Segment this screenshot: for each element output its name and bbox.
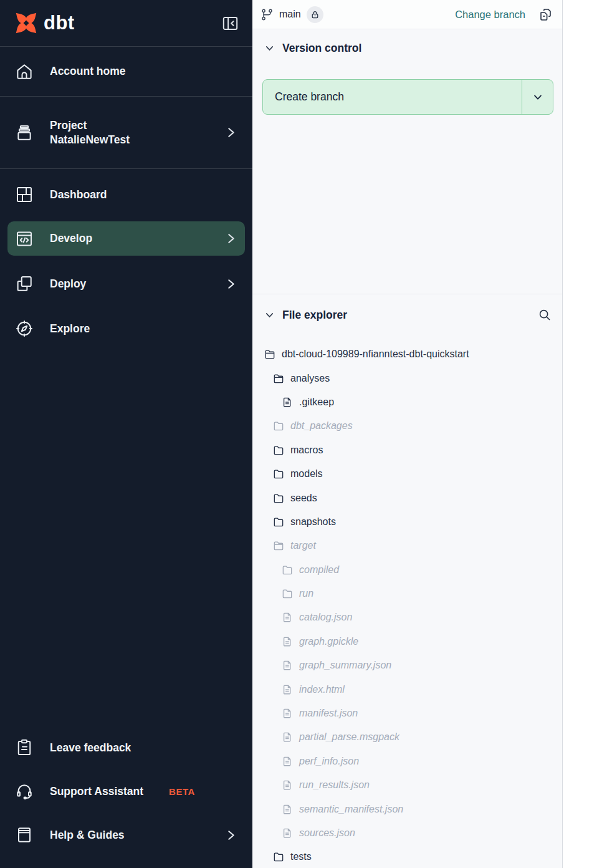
branch-bar: main Change branch bbox=[252, 0, 562, 29]
version-control-panel: main Change branch bbox=[252, 0, 563, 868]
version-control-header[interactable]: Version control bbox=[252, 29, 562, 55]
sidebar-item-support-assistant[interactable]: Support Assistant BETA bbox=[0, 769, 252, 813]
file-name: macros bbox=[290, 445, 323, 456]
chevron-right-icon bbox=[224, 126, 237, 139]
sidebar-nav: Account home Project NatalieNewTest bbox=[0, 47, 252, 350]
file-tree-item[interactable]: models bbox=[252, 462, 562, 486]
file-name: tests bbox=[290, 851, 312, 862]
file-tree-item[interactable]: target bbox=[252, 534, 562, 557]
sidebar-item-label: Develop bbox=[50, 231, 92, 246]
create-branch-button: Create branch bbox=[262, 79, 553, 115]
file-icon bbox=[282, 684, 293, 695]
file-tree-item[interactable]: snapshots bbox=[252, 510, 562, 534]
beta-badge: BETA bbox=[169, 786, 195, 797]
folder-icon bbox=[273, 445, 284, 456]
chevron-down-icon bbox=[532, 92, 543, 103]
file-icon bbox=[282, 827, 293, 839]
sidebar-nav-group: Dashboard Develop bbox=[0, 169, 252, 350]
file-name: .gitkeep bbox=[299, 397, 334, 408]
explore-icon bbox=[15, 319, 34, 338]
project-icon bbox=[15, 123, 34, 142]
sidebar-item-dashboard[interactable]: Dashboard bbox=[0, 171, 252, 218]
file-tree-item[interactable]: graph_summary.json bbox=[252, 653, 562, 677]
dashboard-icon bbox=[15, 185, 34, 204]
file-name: sources.json bbox=[299, 827, 355, 839]
file-tree-item[interactable]: manifest.json bbox=[252, 702, 562, 725]
copy-icon[interactable] bbox=[538, 7, 553, 22]
folder-open-icon bbox=[273, 540, 284, 551]
section-title: Version control bbox=[282, 42, 361, 55]
branch-bar-actions: Change branch bbox=[455, 7, 553, 22]
file-icon bbox=[282, 397, 293, 408]
file-tree-item[interactable]: tests bbox=[252, 845, 562, 868]
folder-icon bbox=[273, 851, 284, 862]
sidebar-item-account-home[interactable]: Account home bbox=[0, 47, 252, 97]
folder-open-icon bbox=[264, 349, 275, 360]
file-tree: dbt-cloud-109989-nfianntest-dbt-quicksta… bbox=[252, 342, 562, 868]
git-branch-icon bbox=[260, 8, 274, 21]
sidebar-header: dbt bbox=[0, 0, 252, 47]
headset-icon bbox=[15, 782, 34, 801]
file-name: target bbox=[290, 540, 316, 551]
file-tree-item[interactable]: compiled bbox=[252, 558, 562, 582]
collapse-sidebar-icon[interactable] bbox=[222, 15, 239, 32]
dbt-logo[interactable]: dbt bbox=[13, 11, 75, 36]
file-name: perf_info.json bbox=[299, 756, 359, 767]
file-tree-item[interactable]: graph.gpickle bbox=[252, 630, 562, 653]
sidebar-item-deploy[interactable]: Deploy bbox=[0, 261, 252, 307]
chevron-down-icon bbox=[264, 310, 275, 321]
sidebar-item-leave-feedback[interactable]: Leave feedback bbox=[0, 726, 252, 769]
file-tree-item[interactable]: sources.json bbox=[252, 821, 562, 845]
file-icon bbox=[282, 756, 293, 767]
sidebar-item-help-guides[interactable]: Help & Guides bbox=[0, 813, 252, 857]
folder-icon bbox=[273, 420, 284, 432]
file-explorer-header[interactable]: File explorer bbox=[252, 294, 562, 322]
file-tree-item[interactable]: catalog.json bbox=[252, 605, 562, 629]
file-icon bbox=[282, 804, 293, 815]
file-icon bbox=[282, 708, 293, 719]
file-tree-item[interactable]: semantic_manifest.json bbox=[252, 797, 562, 821]
home-icon bbox=[15, 62, 34, 81]
sidebar-item-project[interactable]: Project NatalieNewTest bbox=[0, 97, 252, 169]
file-name: semantic_manifest.json bbox=[299, 804, 403, 815]
sidebar-item-develop[interactable]: Develop bbox=[7, 221, 245, 256]
folder-icon bbox=[282, 588, 293, 599]
current-branch[interactable]: main bbox=[260, 6, 323, 23]
branch-lock-badge bbox=[307, 6, 323, 23]
file-tree-item[interactable]: index.html bbox=[252, 677, 562, 701]
file-tree-item[interactable]: seeds bbox=[252, 486, 562, 509]
dbt-logo-icon bbox=[13, 11, 39, 36]
create-branch-action[interactable]: Create branch bbox=[263, 80, 522, 114]
file-icon bbox=[282, 660, 293, 671]
file-name: catalog.json bbox=[299, 612, 352, 623]
search-icon[interactable] bbox=[538, 308, 552, 322]
file-tree-item[interactable]: run bbox=[252, 582, 562, 605]
change-branch-link[interactable]: Change branch bbox=[455, 9, 525, 21]
file-name: graph_summary.json bbox=[299, 660, 391, 671]
file-tree-item[interactable]: run_results.json bbox=[252, 773, 562, 797]
file-tree-item[interactable]: partial_parse.msgpack bbox=[252, 725, 562, 749]
folder-icon bbox=[273, 493, 284, 504]
file-tree-item[interactable]: macros bbox=[252, 438, 562, 462]
file-tree-item[interactable]: dbt_packages bbox=[252, 414, 562, 438]
file-tree-item[interactable]: analyses bbox=[252, 366, 562, 390]
file-tree-item[interactable]: perf_info.json bbox=[252, 750, 562, 773]
sidebar-item-explore[interactable]: Explore bbox=[0, 307, 252, 350]
file-tree-item[interactable]: .gitkeep bbox=[252, 390, 562, 414]
file-name: compiled bbox=[299, 564, 339, 576]
sidebar-item-label: Dashboard bbox=[50, 188, 107, 202]
branch-name: main bbox=[279, 9, 301, 20]
file-icon bbox=[282, 731, 293, 743]
folder-icon bbox=[282, 564, 293, 576]
file-name: seeds bbox=[290, 493, 317, 504]
file-name: snapshots bbox=[290, 516, 336, 528]
version-control-section: Version control Create branch bbox=[252, 29, 562, 294]
file-icon bbox=[282, 636, 293, 647]
section-title: File explorer bbox=[282, 309, 347, 322]
file-tree-item[interactable]: dbt-cloud-109989-nfianntest-dbt-quicksta… bbox=[252, 342, 562, 366]
lock-icon bbox=[310, 10, 320, 19]
create-branch-dropdown[interactable] bbox=[522, 80, 553, 114]
chevron-down-icon bbox=[264, 43, 275, 54]
folder-open-icon bbox=[273, 373, 284, 384]
file-name: dbt-cloud-109989-nfianntest-dbt-quicksta… bbox=[282, 349, 469, 360]
